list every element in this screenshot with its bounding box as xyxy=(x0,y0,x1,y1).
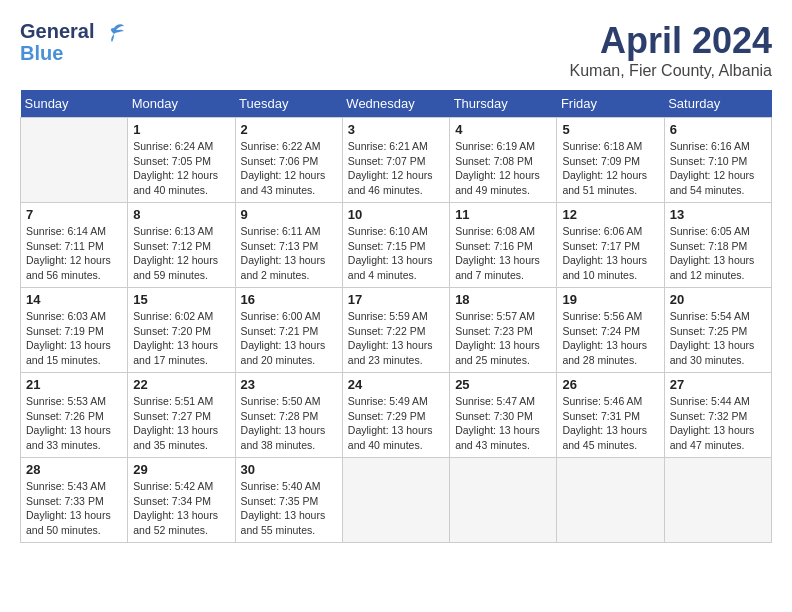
calendar-cell: 26Sunrise: 5:46 AM Sunset: 7:31 PM Dayli… xyxy=(557,373,664,458)
cell-info: Sunrise: 6:00 AM Sunset: 7:21 PM Dayligh… xyxy=(241,309,337,368)
calendar-cell xyxy=(664,458,771,543)
day-number: 5 xyxy=(562,122,658,137)
day-number: 27 xyxy=(670,377,766,392)
weekday-header: Saturday xyxy=(664,90,771,118)
weekday-header: Friday xyxy=(557,90,664,118)
calendar-cell: 27Sunrise: 5:44 AM Sunset: 7:32 PM Dayli… xyxy=(664,373,771,458)
calendar-cell: 13Sunrise: 6:05 AM Sunset: 7:18 PM Dayli… xyxy=(664,203,771,288)
cell-info: Sunrise: 5:51 AM Sunset: 7:27 PM Dayligh… xyxy=(133,394,229,453)
month-title: April 2024 xyxy=(570,20,772,62)
calendar-cell xyxy=(557,458,664,543)
day-number: 10 xyxy=(348,207,444,222)
cell-info: Sunrise: 5:54 AM Sunset: 7:25 PM Dayligh… xyxy=(670,309,766,368)
calendar-cell xyxy=(21,118,128,203)
day-number: 29 xyxy=(133,462,229,477)
weekday-header: Monday xyxy=(128,90,235,118)
logo-general: General xyxy=(20,20,94,42)
cell-info: Sunrise: 6:16 AM Sunset: 7:10 PM Dayligh… xyxy=(670,139,766,198)
calendar-cell: 15Sunrise: 6:02 AM Sunset: 7:20 PM Dayli… xyxy=(128,288,235,373)
day-number: 9 xyxy=(241,207,337,222)
calendar-cell: 16Sunrise: 6:00 AM Sunset: 7:21 PM Dayli… xyxy=(235,288,342,373)
day-number: 8 xyxy=(133,207,229,222)
cell-info: Sunrise: 6:13 AM Sunset: 7:12 PM Dayligh… xyxy=(133,224,229,283)
calendar-cell: 9Sunrise: 6:11 AM Sunset: 7:13 PM Daylig… xyxy=(235,203,342,288)
day-number: 24 xyxy=(348,377,444,392)
day-number: 25 xyxy=(455,377,551,392)
calendar-cell: 17Sunrise: 5:59 AM Sunset: 7:22 PM Dayli… xyxy=(342,288,449,373)
cell-info: Sunrise: 6:03 AM Sunset: 7:19 PM Dayligh… xyxy=(26,309,122,368)
calendar-cell: 23Sunrise: 5:50 AM Sunset: 7:28 PM Dayli… xyxy=(235,373,342,458)
cell-info: Sunrise: 6:18 AM Sunset: 7:09 PM Dayligh… xyxy=(562,139,658,198)
cell-info: Sunrise: 5:42 AM Sunset: 7:34 PM Dayligh… xyxy=(133,479,229,538)
day-number: 11 xyxy=(455,207,551,222)
cell-info: Sunrise: 5:53 AM Sunset: 7:26 PM Dayligh… xyxy=(26,394,122,453)
day-number: 3 xyxy=(348,122,444,137)
day-number: 1 xyxy=(133,122,229,137)
weekday-header: Tuesday xyxy=(235,90,342,118)
weekday-header: Wednesday xyxy=(342,90,449,118)
day-number: 28 xyxy=(26,462,122,477)
page-header: General Blue April 2024 Kuman, Fier Coun… xyxy=(20,20,772,80)
day-number: 21 xyxy=(26,377,122,392)
calendar-cell xyxy=(450,458,557,543)
day-number: 22 xyxy=(133,377,229,392)
cell-info: Sunrise: 5:49 AM Sunset: 7:29 PM Dayligh… xyxy=(348,394,444,453)
cell-info: Sunrise: 6:21 AM Sunset: 7:07 PM Dayligh… xyxy=(348,139,444,198)
cell-info: Sunrise: 5:40 AM Sunset: 7:35 PM Dayligh… xyxy=(241,479,337,538)
calendar-cell: 24Sunrise: 5:49 AM Sunset: 7:29 PM Dayli… xyxy=(342,373,449,458)
calendar-cell: 22Sunrise: 5:51 AM Sunset: 7:27 PM Dayli… xyxy=(128,373,235,458)
calendar-cell: 1Sunrise: 6:24 AM Sunset: 7:05 PM Daylig… xyxy=(128,118,235,203)
day-number: 6 xyxy=(670,122,766,137)
calendar-cell: 4Sunrise: 6:19 AM Sunset: 7:08 PM Daylig… xyxy=(450,118,557,203)
day-number: 13 xyxy=(670,207,766,222)
calendar-cell: 10Sunrise: 6:10 AM Sunset: 7:15 PM Dayli… xyxy=(342,203,449,288)
cell-info: Sunrise: 5:43 AM Sunset: 7:33 PM Dayligh… xyxy=(26,479,122,538)
cell-info: Sunrise: 5:57 AM Sunset: 7:23 PM Dayligh… xyxy=(455,309,551,368)
day-number: 14 xyxy=(26,292,122,307)
cell-info: Sunrise: 6:19 AM Sunset: 7:08 PM Dayligh… xyxy=(455,139,551,198)
cell-info: Sunrise: 6:06 AM Sunset: 7:17 PM Dayligh… xyxy=(562,224,658,283)
day-number: 23 xyxy=(241,377,337,392)
calendar-cell: 11Sunrise: 6:08 AM Sunset: 7:16 PM Dayli… xyxy=(450,203,557,288)
cell-info: Sunrise: 6:10 AM Sunset: 7:15 PM Dayligh… xyxy=(348,224,444,283)
weekday-header: Sunday xyxy=(21,90,128,118)
day-number: 17 xyxy=(348,292,444,307)
calendar-cell: 20Sunrise: 5:54 AM Sunset: 7:25 PM Dayli… xyxy=(664,288,771,373)
day-number: 4 xyxy=(455,122,551,137)
cell-info: Sunrise: 6:08 AM Sunset: 7:16 PM Dayligh… xyxy=(455,224,551,283)
day-number: 16 xyxy=(241,292,337,307)
calendar-cell: 3Sunrise: 6:21 AM Sunset: 7:07 PM Daylig… xyxy=(342,118,449,203)
cell-info: Sunrise: 5:59 AM Sunset: 7:22 PM Dayligh… xyxy=(348,309,444,368)
day-number: 12 xyxy=(562,207,658,222)
cell-info: Sunrise: 6:14 AM Sunset: 7:11 PM Dayligh… xyxy=(26,224,122,283)
calendar-cell: 19Sunrise: 5:56 AM Sunset: 7:24 PM Dayli… xyxy=(557,288,664,373)
logo: General Blue xyxy=(20,20,128,64)
calendar-cell: 21Sunrise: 5:53 AM Sunset: 7:26 PM Dayli… xyxy=(21,373,128,458)
cell-info: Sunrise: 6:11 AM Sunset: 7:13 PM Dayligh… xyxy=(241,224,337,283)
cell-info: Sunrise: 5:56 AM Sunset: 7:24 PM Dayligh… xyxy=(562,309,658,368)
calendar-table: SundayMondayTuesdayWednesdayThursdayFrid… xyxy=(20,90,772,543)
cell-info: Sunrise: 6:24 AM Sunset: 7:05 PM Dayligh… xyxy=(133,139,229,198)
logo-blue: Blue xyxy=(20,42,94,64)
calendar-cell: 30Sunrise: 5:40 AM Sunset: 7:35 PM Dayli… xyxy=(235,458,342,543)
cell-info: Sunrise: 5:47 AM Sunset: 7:30 PM Dayligh… xyxy=(455,394,551,453)
day-number: 20 xyxy=(670,292,766,307)
day-number: 26 xyxy=(562,377,658,392)
cell-info: Sunrise: 5:50 AM Sunset: 7:28 PM Dayligh… xyxy=(241,394,337,453)
calendar-week-row: 1Sunrise: 6:24 AM Sunset: 7:05 PM Daylig… xyxy=(21,118,772,203)
cell-info: Sunrise: 6:22 AM Sunset: 7:06 PM Dayligh… xyxy=(241,139,337,198)
cell-info: Sunrise: 5:46 AM Sunset: 7:31 PM Dayligh… xyxy=(562,394,658,453)
calendar-cell: 12Sunrise: 6:06 AM Sunset: 7:17 PM Dayli… xyxy=(557,203,664,288)
day-number: 2 xyxy=(241,122,337,137)
day-number: 18 xyxy=(455,292,551,307)
weekday-header: Thursday xyxy=(450,90,557,118)
calendar-cell: 6Sunrise: 6:16 AM Sunset: 7:10 PM Daylig… xyxy=(664,118,771,203)
calendar-cell: 8Sunrise: 6:13 AM Sunset: 7:12 PM Daylig… xyxy=(128,203,235,288)
calendar-cell: 14Sunrise: 6:03 AM Sunset: 7:19 PM Dayli… xyxy=(21,288,128,373)
cell-info: Sunrise: 6:02 AM Sunset: 7:20 PM Dayligh… xyxy=(133,309,229,368)
calendar-cell: 29Sunrise: 5:42 AM Sunset: 7:34 PM Dayli… xyxy=(128,458,235,543)
calendar-cell: 18Sunrise: 5:57 AM Sunset: 7:23 PM Dayli… xyxy=(450,288,557,373)
cell-info: Sunrise: 5:44 AM Sunset: 7:32 PM Dayligh… xyxy=(670,394,766,453)
cell-info: Sunrise: 6:05 AM Sunset: 7:18 PM Dayligh… xyxy=(670,224,766,283)
location: Kuman, Fier County, Albania xyxy=(570,62,772,80)
